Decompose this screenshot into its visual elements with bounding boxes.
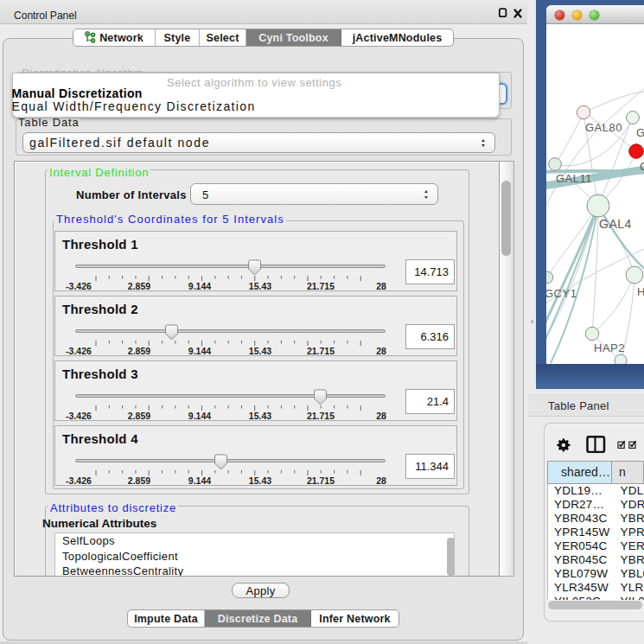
- svg-text:GAL4: GAL4: [599, 217, 632, 231]
- svg-text:H: H: [637, 285, 644, 298]
- svg-text:GAL11: GAL11: [556, 172, 592, 185]
- svg-text:GAL80: GAL80: [585, 121, 622, 134]
- svg-text:HAP2: HAP2: [594, 341, 625, 354]
- svg-text:GA: GA: [636, 126, 644, 139]
- svg-text:GCY1: GCY1: [546, 287, 577, 300]
- svg-text:C: C: [640, 160, 644, 173]
